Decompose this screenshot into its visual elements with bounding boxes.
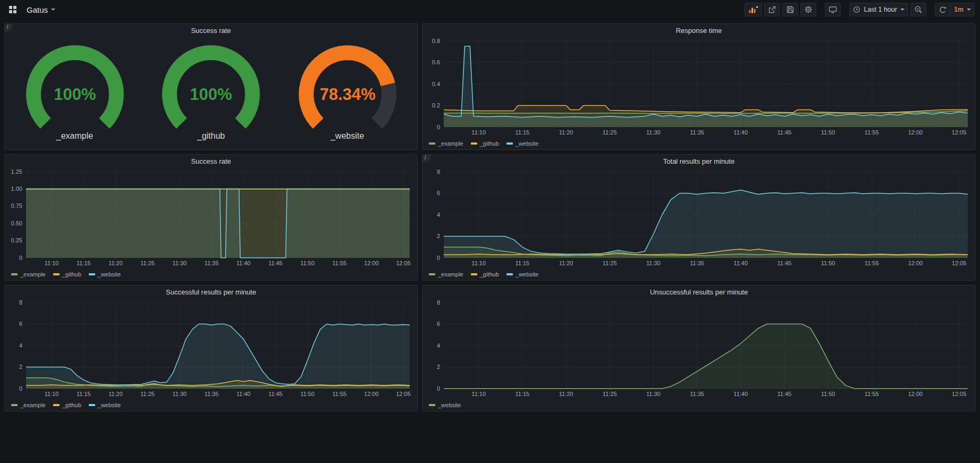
- caret-down-icon: [51, 9, 55, 11]
- legend-item-website[interactable]: _website: [506, 271, 538, 277]
- time-range-label: Last 1 hour: [864, 6, 897, 13]
- legend-item-website[interactable]: _website: [429, 402, 461, 408]
- svg-text:11:35: 11:35: [690, 129, 704, 136]
- share-button[interactable]: [764, 3, 780, 16]
- svg-text:11:55: 11:55: [332, 260, 347, 266]
- dashboard-title-button[interactable]: Gatus: [24, 3, 57, 16]
- svg-text:0.6: 0.6: [432, 59, 440, 65]
- panel-successful-results: Successful results per minute 11:1011:15…: [4, 285, 418, 411]
- svg-text:11:40: 11:40: [733, 129, 748, 136]
- panel-title[interactable]: Success rate: [191, 157, 231, 165]
- svg-text:11:45: 11:45: [778, 129, 792, 136]
- legend-item-github[interactable]: _github: [53, 271, 81, 277]
- svg-text:0.2: 0.2: [432, 102, 440, 108]
- settings-button[interactable]: [800, 3, 816, 16]
- panel-header: Success rate: [5, 24, 417, 37]
- panel-title[interactable]: Successful results per minute: [166, 288, 256, 296]
- legend-color-marker: [506, 273, 513, 275]
- svg-text:12:00: 12:00: [364, 260, 379, 266]
- legend: _example_github_website: [423, 268, 975, 280]
- legend: _example_github_website: [5, 268, 417, 280]
- zoom-out-icon: [914, 5, 923, 14]
- chart-total-results[interactable]: 11:1011:1511:2011:2511:3011:3511:4011:45…: [423, 167, 975, 268]
- svg-text:11:25: 11:25: [603, 129, 617, 136]
- refresh-button[interactable]: 1m: [935, 3, 975, 16]
- chart-success-rate[interactable]: 11:1011:1511:2011:2511:3011:3511:4011:45…: [5, 167, 417, 268]
- svg-text:11:10: 11:10: [471, 129, 486, 136]
- svg-text:12:05: 12:05: [952, 391, 967, 397]
- svg-text:11:15: 11:15: [516, 391, 530, 397]
- svg-text:11:10: 11:10: [471, 391, 486, 397]
- legend-color-marker: [429, 404, 435, 406]
- zoom-out-button[interactable]: [910, 3, 926, 16]
- legend-item-github[interactable]: _github: [471, 140, 499, 147]
- legend-item-github[interactable]: _github: [53, 402, 81, 408]
- apps-menu-button[interactable]: [5, 3, 20, 16]
- gauge-value: 100%: [190, 85, 232, 104]
- panel-title[interactable]: Unsuccessful results per minute: [650, 288, 748, 296]
- legend-color-marker: [11, 404, 18, 406]
- legend-color-marker: [89, 404, 95, 406]
- svg-text:11:30: 11:30: [172, 391, 187, 397]
- chart-response-time[interactable]: 11:1011:1511:2011:2511:3011:3511:4011:45…: [423, 37, 975, 138]
- gear-icon: [804, 5, 813, 14]
- gauge-value: 78.34%: [319, 85, 375, 104]
- svg-text:11:40: 11:40: [733, 391, 748, 397]
- gauge-value: 100%: [54, 85, 96, 104]
- panel-total-results: i Total results per minute 11:1011:1511:…: [422, 154, 976, 281]
- svg-text:6: 6: [437, 321, 440, 327]
- info-glyph: i: [7, 24, 8, 30]
- svg-text:11:40: 11:40: [236, 260, 251, 266]
- svg-text:11:30: 11:30: [646, 260, 661, 266]
- divider: [950, 5, 951, 14]
- svg-text:11:55: 11:55: [865, 391, 879, 397]
- legend-item-example[interactable]: _example: [11, 402, 46, 408]
- gauge-label: _example: [56, 131, 93, 141]
- panel-success-rate-gauges: i Success rate 100%_example100%_github78…: [4, 23, 418, 150]
- legend-item-website[interactable]: _website: [89, 271, 121, 277]
- panel-title[interactable]: Success rate: [191, 27, 231, 35]
- legend-item-example[interactable]: _example: [429, 271, 463, 277]
- legend: _example_github_website: [423, 138, 975, 149]
- share-icon: [768, 5, 776, 14]
- chart-unsuccessful-results[interactable]: 11:1011:1511:2011:2511:3011:3511:4011:45…: [423, 298, 975, 399]
- legend-series-name: _example: [438, 140, 463, 147]
- gauge-arc: 100%: [9, 43, 141, 132]
- add-panel-button[interactable]: [745, 3, 762, 16]
- time-range-button[interactable]: Last 1 hour: [849, 3, 908, 16]
- legend: _example_github_website: [5, 399, 417, 411]
- svg-text:11:25: 11:25: [140, 391, 155, 397]
- legend-series-name: _example: [20, 402, 46, 408]
- legend-item-example[interactable]: _example: [11, 271, 46, 277]
- legend-color-marker: [471, 273, 477, 275]
- tv-mode-button[interactable]: [825, 3, 841, 16]
- gauge-label: _github: [197, 131, 225, 141]
- legend-series-name: _website: [438, 402, 461, 408]
- legend-item-example[interactable]: _example: [429, 140, 463, 147]
- legend-item-github[interactable]: _github: [471, 271, 499, 277]
- svg-text:11:10: 11:10: [471, 260, 486, 266]
- nav-left: Gatus: [5, 3, 57, 16]
- svg-text:8: 8: [437, 299, 440, 306]
- legend-item-website[interactable]: _website: [506, 140, 538, 147]
- save-button[interactable]: [782, 3, 798, 16]
- svg-text:0.4: 0.4: [432, 81, 440, 87]
- svg-text:11:20: 11:20: [108, 391, 123, 397]
- nav-right: Last 1 hour 1m: [745, 3, 975, 16]
- svg-text:0.75: 0.75: [11, 203, 22, 209]
- svg-text:2: 2: [437, 364, 440, 370]
- svg-text:11:20: 11:20: [559, 391, 573, 397]
- svg-text:11:40: 11:40: [733, 260, 748, 266]
- svg-text:11:45: 11:45: [268, 391, 283, 397]
- add-panel-icon: [748, 5, 758, 14]
- panel-title[interactable]: Total results per minute: [663, 157, 734, 165]
- legend-item-website[interactable]: _website: [89, 402, 121, 408]
- svg-text:11:45: 11:45: [778, 391, 792, 397]
- chart-successful-results[interactable]: 11:1011:1511:2011:2511:3011:3511:4011:45…: [5, 298, 417, 399]
- svg-text:0.50: 0.50: [11, 220, 22, 226]
- svg-text:11:25: 11:25: [603, 260, 617, 266]
- panel-title[interactable]: Response time: [676, 27, 722, 35]
- legend-series-name: _website: [98, 271, 121, 277]
- info-glyph: i: [425, 155, 426, 161]
- svg-text:11:35: 11:35: [205, 260, 219, 266]
